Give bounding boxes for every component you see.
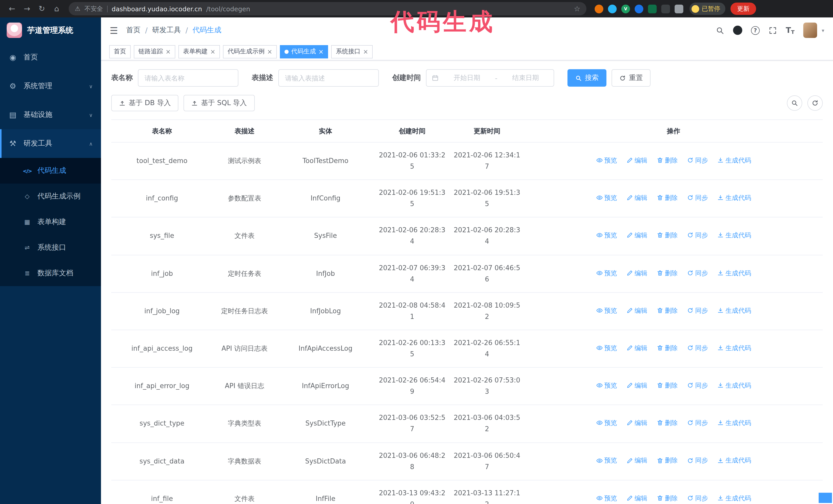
sync-link[interactable]: 同步 bbox=[687, 155, 708, 166]
sync-link[interactable]: 同步 bbox=[687, 305, 708, 316]
generate-code-link[interactable]: 生成代码 bbox=[717, 305, 751, 316]
fullscreen-icon[interactable] bbox=[768, 26, 777, 34]
generate-code-link[interactable]: 生成代码 bbox=[717, 455, 751, 466]
sidebar-item-codegen-example[interactable]: ◇ 代码生成示例 bbox=[0, 184, 101, 209]
preview-link[interactable]: 预览 bbox=[596, 380, 617, 391]
tab-home[interactable]: 首页 bbox=[109, 45, 131, 58]
preview-link[interactable]: 预览 bbox=[596, 305, 617, 316]
edit-link[interactable]: 编辑 bbox=[626, 305, 647, 316]
search-button[interactable]: 搜索 bbox=[568, 69, 606, 87]
sidebar-item-system-api[interactable]: ⇌ 系统接口 bbox=[0, 235, 101, 261]
sync-link[interactable]: 同步 bbox=[687, 380, 708, 391]
sidebar-item-system[interactable]: ⚙ 系统管理 ∨ bbox=[0, 72, 101, 100]
sidebar-item-home[interactable]: ◉ 首页 bbox=[0, 43, 101, 72]
hamburger-icon[interactable]: ☰ bbox=[110, 25, 118, 35]
breadcrumb-home[interactable]: 首页 bbox=[126, 26, 140, 35]
delete-link[interactable]: 删除 bbox=[657, 493, 678, 503]
delete-link[interactable]: 删除 bbox=[657, 267, 678, 279]
preview-link[interactable]: 预览 bbox=[596, 192, 617, 203]
sidebar-item-infra[interactable]: ▤ 基础设施 ∨ bbox=[0, 100, 101, 129]
preview-link[interactable]: 预览 bbox=[596, 417, 617, 429]
address-bar[interactable]: ⚠ 不安全 dashboard.yudao.iocoder.cn /tool/c… bbox=[69, 2, 587, 16]
browser-home-icon[interactable]: ⌂ bbox=[50, 2, 64, 16]
sync-link[interactable]: 同步 bbox=[687, 493, 708, 503]
preview-link[interactable]: 预览 bbox=[596, 267, 617, 279]
edit-link[interactable]: 编辑 bbox=[626, 380, 647, 391]
toggle-search-button[interactable] bbox=[787, 95, 802, 111]
generate-code-link[interactable]: 生成代码 bbox=[717, 417, 751, 429]
preview-link[interactable]: 预览 bbox=[596, 230, 617, 241]
extension-icon-6[interactable] bbox=[661, 4, 670, 13]
browser-back-icon[interactable]: ← bbox=[5, 2, 19, 16]
preview-link[interactable]: 预览 bbox=[596, 455, 617, 466]
date-range-picker[interactable]: 开始日期 - 结束日期 bbox=[426, 69, 554, 87]
generate-code-link[interactable]: 生成代码 bbox=[717, 493, 751, 503]
browser-reload-icon[interactable]: ↻ bbox=[35, 2, 49, 16]
github-icon[interactable] bbox=[733, 26, 742, 35]
table-name-input[interactable] bbox=[138, 69, 238, 87]
tab-form-builder[interactable]: 表单构建 × bbox=[178, 45, 220, 58]
close-icon[interactable]: × bbox=[363, 48, 368, 55]
profile-paused-chip[interactable]: 已暂停 bbox=[689, 3, 725, 15]
generate-code-link[interactable]: 生成代码 bbox=[717, 155, 751, 166]
browser-forward-icon[interactable]: → bbox=[20, 2, 34, 16]
sync-link[interactable]: 同步 bbox=[687, 417, 708, 429]
import-sql-button[interactable]: 基于 SQL 导入 bbox=[184, 95, 255, 111]
extension-icon-2[interactable] bbox=[608, 4, 617, 13]
delete-link[interactable]: 删除 bbox=[657, 342, 678, 354]
close-icon[interactable]: × bbox=[166, 48, 171, 55]
refresh-list-button[interactable] bbox=[807, 95, 823, 111]
generate-code-link[interactable]: 生成代码 bbox=[717, 380, 751, 391]
delete-link[interactable]: 删除 bbox=[657, 230, 678, 241]
sync-link[interactable]: 同步 bbox=[687, 230, 708, 241]
preview-link[interactable]: 预览 bbox=[596, 493, 617, 503]
sidebar-item-devtools[interactable]: ⚒ 研发工具 ∧ bbox=[0, 129, 101, 158]
delete-link[interactable]: 删除 bbox=[657, 305, 678, 316]
edit-link[interactable]: 编辑 bbox=[626, 267, 647, 279]
reset-button[interactable]: 重置 bbox=[612, 69, 650, 87]
edit-link[interactable]: 编辑 bbox=[626, 230, 647, 241]
corner-button[interactable] bbox=[819, 493, 832, 503]
generate-code-link[interactable]: 生成代码 bbox=[717, 192, 751, 203]
extension-icon-1[interactable] bbox=[595, 4, 603, 13]
table-desc-input[interactable] bbox=[278, 69, 379, 87]
bookmark-star-icon[interactable]: ☆ bbox=[574, 5, 580, 13]
generate-code-link[interactable]: 生成代码 bbox=[717, 342, 751, 354]
delete-link[interactable]: 删除 bbox=[657, 155, 678, 166]
sidebar-item-form-builder[interactable]: ▦ 表单构建 bbox=[0, 209, 101, 235]
import-db-button[interactable]: 基于 DB 导入 bbox=[111, 95, 178, 111]
extension-icon-5[interactable] bbox=[648, 4, 657, 13]
tab-tracing[interactable]: 链路追踪 × bbox=[134, 45, 175, 58]
breadcrumb-devtools[interactable]: 研发工具 bbox=[152, 26, 181, 35]
generate-code-link[interactable]: 生成代码 bbox=[717, 230, 751, 241]
edit-link[interactable]: 编辑 bbox=[626, 342, 647, 354]
search-icon[interactable] bbox=[716, 26, 724, 34]
avatar-caret-icon[interactable]: ▾ bbox=[822, 27, 824, 33]
sync-link[interactable]: 同步 bbox=[687, 342, 708, 354]
extension-icon-4[interactable] bbox=[635, 4, 643, 13]
close-icon[interactable]: × bbox=[318, 48, 324, 55]
tab-codegen[interactable]: 代码生成 × bbox=[280, 45, 328, 58]
delete-link[interactable]: 删除 bbox=[657, 417, 678, 429]
edit-link[interactable]: 编辑 bbox=[626, 417, 647, 429]
generate-code-link[interactable]: 生成代码 bbox=[717, 267, 751, 279]
tab-system-api[interactable]: 系统接口 × bbox=[331, 45, 373, 58]
delete-link[interactable]: 删除 bbox=[657, 380, 678, 391]
sync-link[interactable]: 同步 bbox=[687, 192, 708, 203]
help-icon[interactable]: ? bbox=[751, 26, 760, 34]
sidebar-item-db-doc[interactable]: ≣ 数据库文档 bbox=[0, 261, 101, 286]
extension-icon-3[interactable]: V bbox=[621, 4, 630, 13]
avatar[interactable] bbox=[803, 23, 817, 38]
browser-update-button[interactable]: 更新 bbox=[731, 3, 756, 15]
preview-link[interactable]: 预览 bbox=[596, 155, 617, 166]
sync-link[interactable]: 同步 bbox=[687, 455, 708, 466]
sync-link[interactable]: 同步 bbox=[687, 267, 708, 279]
delete-link[interactable]: 删除 bbox=[657, 192, 678, 203]
preview-link[interactable]: 预览 bbox=[596, 342, 617, 354]
edit-link[interactable]: 编辑 bbox=[626, 493, 647, 503]
edit-link[interactable]: 编辑 bbox=[626, 455, 647, 466]
font-size-icon[interactable]: TT bbox=[786, 26, 794, 35]
close-icon[interactable]: × bbox=[210, 48, 215, 55]
tab-codegen-example[interactable]: 代码生成示例 × bbox=[223, 45, 277, 58]
close-icon[interactable]: × bbox=[267, 48, 272, 55]
